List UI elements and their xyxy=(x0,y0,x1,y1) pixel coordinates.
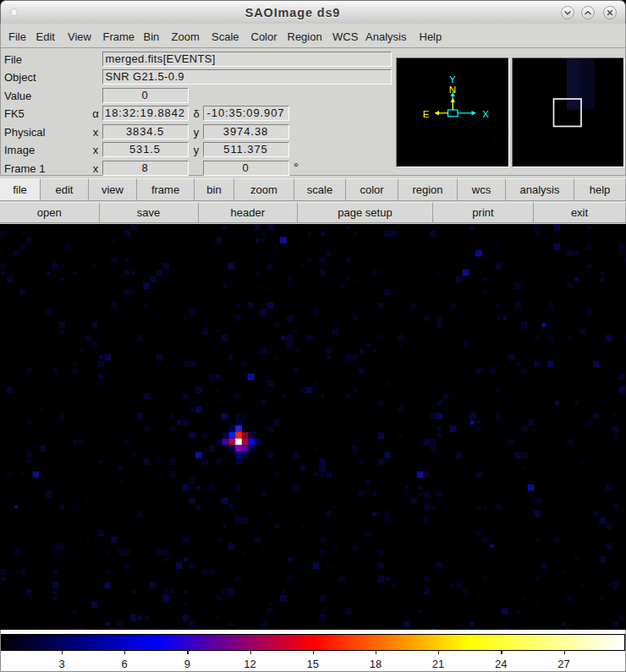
svg-text:N: N xyxy=(449,85,456,95)
svg-text:X: X xyxy=(482,109,489,119)
svg-text:E: E xyxy=(423,109,430,119)
svg-text:Y: Y xyxy=(449,74,456,85)
